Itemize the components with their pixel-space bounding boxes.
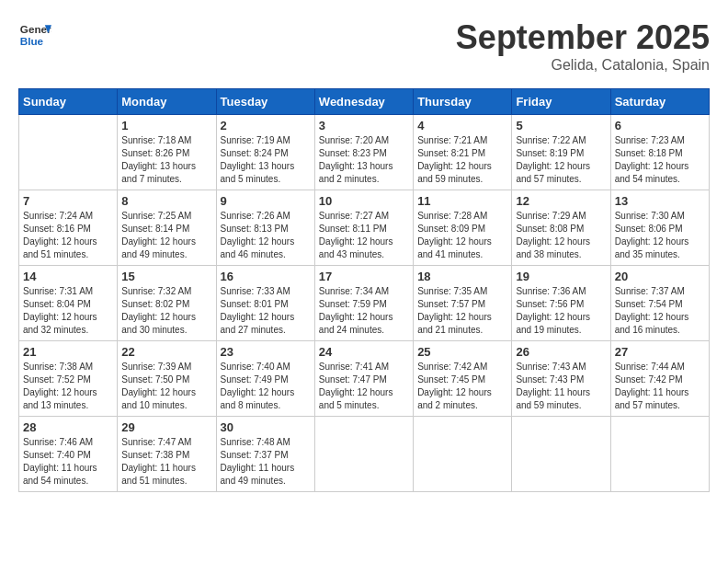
calendar-cell: 9Sunrise: 7:26 AM Sunset: 8:13 PM Daylig… (216, 190, 314, 266)
day-number: 10 (319, 194, 409, 208)
day-number: 29 (121, 420, 211, 434)
day-info: Sunrise: 7:31 AM Sunset: 8:04 PM Dayligh… (23, 285, 113, 337)
day-info: Sunrise: 7:42 AM Sunset: 7:45 PM Dayligh… (417, 361, 507, 412)
calendar-cell: 3Sunrise: 7:20 AM Sunset: 8:23 PM Daylig… (314, 115, 413, 190)
weekday-header: Sunday (19, 89, 118, 115)
day-info: Sunrise: 7:33 AM Sunset: 8:01 PM Dayligh… (221, 285, 311, 337)
calendar-cell: 23Sunrise: 7:40 AM Sunset: 7:49 PM Dayli… (216, 341, 314, 417)
day-number: 24 (319, 345, 409, 359)
calendar-cell: 16Sunrise: 7:33 AM Sunset: 8:01 PM Dayli… (216, 266, 314, 341)
calendar-cell: 19Sunrise: 7:36 AM Sunset: 7:56 PM Dayli… (512, 266, 610, 341)
weekday-header-row: SundayMondayTuesdayWednesdayThursdayFrid… (19, 89, 710, 115)
calendar-cell: 6Sunrise: 7:23 AM Sunset: 8:18 PM Daylig… (610, 115, 709, 190)
weekday-header: Thursday (414, 89, 512, 115)
day-number: 30 (221, 420, 311, 434)
day-info: Sunrise: 7:44 AM Sunset: 7:42 PM Dayligh… (615, 361, 705, 412)
day-info: Sunrise: 7:38 AM Sunset: 7:52 PM Dayligh… (23, 361, 113, 412)
weekday-header: Monday (118, 89, 216, 115)
calendar-cell: 15Sunrise: 7:32 AM Sunset: 8:02 PM Dayli… (118, 266, 216, 341)
weekday-header: Saturday (610, 89, 709, 115)
day-info: Sunrise: 7:34 AM Sunset: 7:59 PM Dayligh… (319, 285, 409, 337)
weekday-header: Friday (512, 89, 610, 115)
day-info: Sunrise: 7:27 AM Sunset: 8:11 PM Dayligh… (319, 210, 409, 261)
calendar-cell: 10Sunrise: 7:27 AM Sunset: 8:11 PM Dayli… (314, 190, 413, 266)
day-number: 5 (516, 119, 606, 132)
day-info: Sunrise: 7:26 AM Sunset: 8:13 PM Dayligh… (221, 210, 311, 261)
title-block: September 2025 Gelida, Catalonia, Spain (456, 18, 710, 74)
day-info: Sunrise: 7:23 AM Sunset: 8:18 PM Dayligh… (615, 134, 705, 186)
day-number: 3 (319, 119, 409, 132)
calendar-cell: 28Sunrise: 7:46 AM Sunset: 7:40 PM Dayli… (19, 417, 118, 492)
day-number: 4 (417, 119, 507, 132)
calendar-cell: 7Sunrise: 7:24 AM Sunset: 8:16 PM Daylig… (19, 190, 118, 266)
day-info: Sunrise: 7:21 AM Sunset: 8:21 PM Dayligh… (417, 134, 507, 186)
day-info: Sunrise: 7:32 AM Sunset: 8:02 PM Dayligh… (121, 285, 211, 337)
day-info: Sunrise: 7:39 AM Sunset: 7:50 PM Dayligh… (121, 361, 211, 412)
day-info: Sunrise: 7:20 AM Sunset: 8:23 PM Dayligh… (319, 134, 409, 186)
calendar-cell: 22Sunrise: 7:39 AM Sunset: 7:50 PM Dayli… (118, 341, 216, 417)
calendar-cell: 13Sunrise: 7:30 AM Sunset: 8:06 PM Dayli… (610, 190, 709, 266)
day-info: Sunrise: 7:37 AM Sunset: 7:54 PM Dayligh… (615, 285, 705, 337)
calendar-week-row: 14Sunrise: 7:31 AM Sunset: 8:04 PM Dayli… (19, 266, 710, 341)
day-info: Sunrise: 7:28 AM Sunset: 8:09 PM Dayligh… (417, 210, 507, 261)
calendar-cell (610, 417, 709, 492)
calendar-cell: 11Sunrise: 7:28 AM Sunset: 8:09 PM Dayli… (414, 190, 512, 266)
calendar-cell: 30Sunrise: 7:48 AM Sunset: 7:37 PM Dayli… (216, 417, 314, 492)
day-info: Sunrise: 7:40 AM Sunset: 7:49 PM Dayligh… (221, 361, 311, 412)
day-number: 6 (615, 119, 705, 132)
day-info: Sunrise: 7:36 AM Sunset: 7:56 PM Dayligh… (516, 285, 606, 337)
day-info: Sunrise: 7:46 AM Sunset: 7:40 PM Dayligh… (23, 436, 113, 488)
calendar-cell: 4Sunrise: 7:21 AM Sunset: 8:21 PM Daylig… (414, 115, 512, 190)
day-number: 15 (121, 270, 211, 283)
day-number: 7 (23, 194, 113, 208)
calendar-week-row: 21Sunrise: 7:38 AM Sunset: 7:52 PM Dayli… (19, 341, 710, 417)
calendar-cell: 25Sunrise: 7:42 AM Sunset: 7:45 PM Dayli… (414, 341, 512, 417)
calendar-cell: 2Sunrise: 7:19 AM Sunset: 8:24 PM Daylig… (216, 115, 314, 190)
day-number: 19 (516, 270, 606, 283)
svg-text:Blue: Blue (20, 35, 44, 47)
calendar-week-row: 1Sunrise: 7:18 AM Sunset: 8:26 PM Daylig… (19, 115, 710, 190)
day-info: Sunrise: 7:24 AM Sunset: 8:16 PM Dayligh… (23, 210, 113, 261)
calendar-week-row: 7Sunrise: 7:24 AM Sunset: 8:16 PM Daylig… (19, 190, 710, 266)
calendar-cell: 27Sunrise: 7:44 AM Sunset: 7:42 PM Dayli… (610, 341, 709, 417)
day-number: 8 (121, 194, 211, 208)
day-number: 21 (23, 345, 113, 359)
day-info: Sunrise: 7:35 AM Sunset: 7:57 PM Dayligh… (417, 285, 507, 337)
day-number: 28 (23, 420, 113, 434)
logo: General Blue (18, 18, 51, 52)
calendar-cell: 20Sunrise: 7:37 AM Sunset: 7:54 PM Dayli… (610, 266, 709, 341)
location: Gelida, Catalonia, Spain (456, 57, 710, 74)
day-number: 26 (516, 345, 606, 359)
calendar-cell (314, 417, 413, 492)
calendar-cell: 12Sunrise: 7:29 AM Sunset: 8:08 PM Dayli… (512, 190, 610, 266)
day-number: 25 (417, 345, 507, 359)
calendar-cell: 24Sunrise: 7:41 AM Sunset: 7:47 PM Dayli… (314, 341, 413, 417)
day-number: 27 (615, 345, 705, 359)
calendar-cell: 26Sunrise: 7:43 AM Sunset: 7:43 PM Dayli… (512, 341, 610, 417)
calendar-cell: 29Sunrise: 7:47 AM Sunset: 7:38 PM Dayli… (118, 417, 216, 492)
day-number: 20 (615, 270, 705, 283)
calendar-cell (414, 417, 512, 492)
calendar-cell: 14Sunrise: 7:31 AM Sunset: 8:04 PM Dayli… (19, 266, 118, 341)
day-info: Sunrise: 7:29 AM Sunset: 8:08 PM Dayligh… (516, 210, 606, 261)
weekday-header: Wednesday (314, 89, 413, 115)
day-info: Sunrise: 7:25 AM Sunset: 8:14 PM Dayligh… (121, 210, 211, 261)
calendar-cell: 18Sunrise: 7:35 AM Sunset: 7:57 PM Dayli… (414, 266, 512, 341)
calendar-cell (512, 417, 610, 492)
logo-icon: General Blue (18, 18, 51, 52)
calendar-cell (19, 115, 118, 190)
page-header: General Blue September 2025 Gelida, Cata… (18, 18, 710, 74)
day-number: 18 (417, 270, 507, 283)
day-number: 17 (319, 270, 409, 283)
weekday-header: Tuesday (216, 89, 314, 115)
day-number: 1 (121, 119, 211, 132)
day-info: Sunrise: 7:19 AM Sunset: 8:24 PM Dayligh… (221, 134, 311, 186)
day-info: Sunrise: 7:43 AM Sunset: 7:43 PM Dayligh… (516, 361, 606, 412)
day-info: Sunrise: 7:41 AM Sunset: 7:47 PM Dayligh… (319, 361, 409, 412)
day-number: 22 (121, 345, 211, 359)
day-number: 13 (615, 194, 705, 208)
day-info: Sunrise: 7:47 AM Sunset: 7:38 PM Dayligh… (121, 436, 211, 488)
day-number: 2 (221, 119, 311, 132)
day-number: 16 (221, 270, 311, 283)
day-info: Sunrise: 7:30 AM Sunset: 8:06 PM Dayligh… (615, 210, 705, 261)
